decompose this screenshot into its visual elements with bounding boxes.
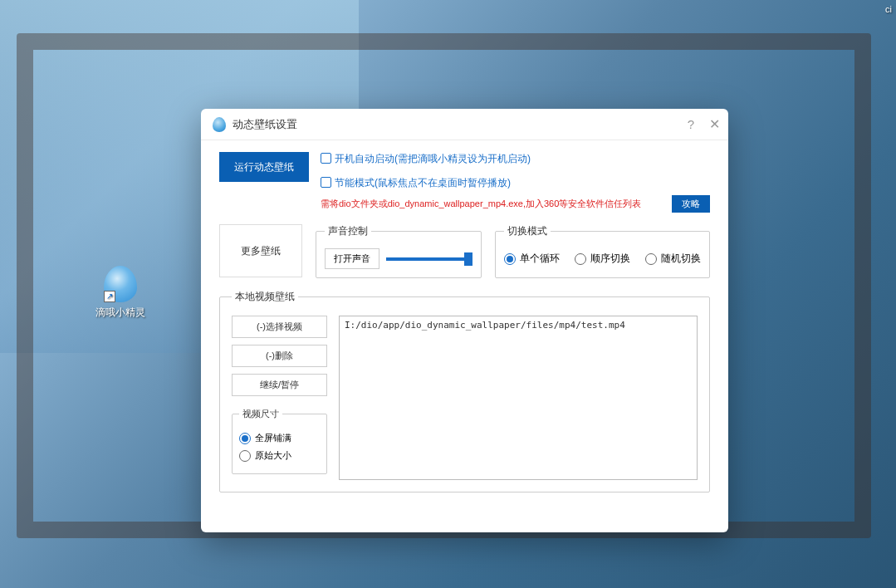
droplet-icon: ↗ bbox=[104, 266, 137, 302]
switch-option-label: 单个循环 bbox=[520, 252, 560, 266]
warning-text: 需将dio文件夹或dio_dynamic_wallpaper_mp4.exe,加… bbox=[321, 198, 663, 210]
audio-control-group: 声音控制 打开声音 bbox=[316, 224, 482, 278]
volume-slider[interactable] bbox=[386, 257, 469, 261]
size-option-label: 全屏铺满 bbox=[255, 432, 291, 444]
list-item[interactable]: I:/dio/app/dio_dynamic_wallpaper/files/m… bbox=[345, 320, 692, 331]
radio-icon bbox=[239, 433, 251, 444]
select-video-button[interactable]: (-)选择视频 bbox=[232, 316, 327, 338]
radio-icon bbox=[504, 253, 516, 265]
checkbox-icon bbox=[321, 177, 331, 188]
energy-checkbox[interactable]: 节能模式(鼠标焦点不在桌面时暂停播放) bbox=[321, 176, 511, 190]
dialog-title: 动态壁纸设置 bbox=[233, 117, 297, 132]
radio-icon bbox=[645, 253, 657, 265]
size-legend: 视频尺寸 bbox=[239, 408, 282, 420]
volume-slider-fill bbox=[386, 257, 469, 261]
audio-legend: 声音控制 bbox=[325, 224, 371, 238]
energy-label: 节能模式(鼠标焦点不在桌面时暂停播放) bbox=[335, 177, 511, 189]
switch-mode-group: 切换模式 单个循环 顺序切换 随机切换 bbox=[495, 224, 710, 278]
open-audio-button[interactable]: 打开声音 bbox=[325, 248, 379, 269]
local-video-group: 本地视频壁纸 (-)选择视频 (-)删除 继续/暂停 视频尺寸 全屏铺满 bbox=[219, 290, 710, 492]
switch-legend: 切换模式 bbox=[504, 224, 551, 238]
switch-option-label: 顺序切换 bbox=[590, 252, 630, 266]
desktop-icon-label: 滴哦小精灵 bbox=[91, 306, 149, 320]
switch-option-label: 随机切换 bbox=[661, 252, 701, 266]
run-wallpaper-button[interactable]: 运行动态壁纸 bbox=[219, 152, 309, 182]
size-option-fullscreen[interactable]: 全屏铺满 bbox=[239, 432, 320, 444]
settings-dialog: 动态壁纸设置 ? ✕ 运行动态壁纸 开机自动启动(需把滴哦小精灵设为开机启动) … bbox=[201, 109, 728, 532]
corner-label: ci bbox=[885, 4, 892, 14]
delete-video-button[interactable]: (-)删除 bbox=[232, 345, 327, 367]
radio-icon bbox=[239, 450, 251, 462]
video-size-group: 视频尺寸 全屏铺满 原始大小 bbox=[232, 408, 327, 474]
strategy-button[interactable]: 攻略 bbox=[672, 195, 710, 213]
autostart-checkbox[interactable]: 开机自动启动(需把滴哦小精灵设为开机启动) bbox=[321, 152, 531, 166]
radio-icon bbox=[575, 253, 586, 265]
switch-option-order[interactable]: 顺序切换 bbox=[575, 252, 630, 266]
switch-option-single[interactable]: 单个循环 bbox=[504, 252, 560, 266]
shortcut-arrow-icon: ↗ bbox=[104, 291, 115, 302]
video-file-list[interactable]: I:/dio/app/dio_dynamic_wallpaper/files/m… bbox=[339, 316, 698, 480]
checkbox-icon bbox=[321, 153, 331, 164]
more-wallpapers-button[interactable]: 更多壁纸 bbox=[219, 224, 302, 277]
autostart-label: 开机自动启动(需把滴哦小精灵设为开机启动) bbox=[335, 153, 531, 164]
resume-pause-button[interactable]: 继续/暂停 bbox=[232, 374, 327, 396]
switch-option-random[interactable]: 随机切换 bbox=[645, 252, 701, 266]
app-icon bbox=[213, 117, 226, 132]
close-icon[interactable]: ✕ bbox=[709, 116, 720, 132]
size-option-original[interactable]: 原始大小 bbox=[239, 449, 320, 462]
desktop-shortcut-dio[interactable]: ↗ 滴哦小精灵 bbox=[91, 266, 149, 320]
help-icon[interactable]: ? bbox=[688, 117, 694, 131]
titlebar: 动态壁纸设置 ? ✕ bbox=[201, 109, 728, 140]
volume-slider-thumb[interactable] bbox=[464, 252, 472, 266]
local-legend: 本地视频壁纸 bbox=[232, 290, 298, 304]
size-option-label: 原始大小 bbox=[255, 449, 291, 462]
